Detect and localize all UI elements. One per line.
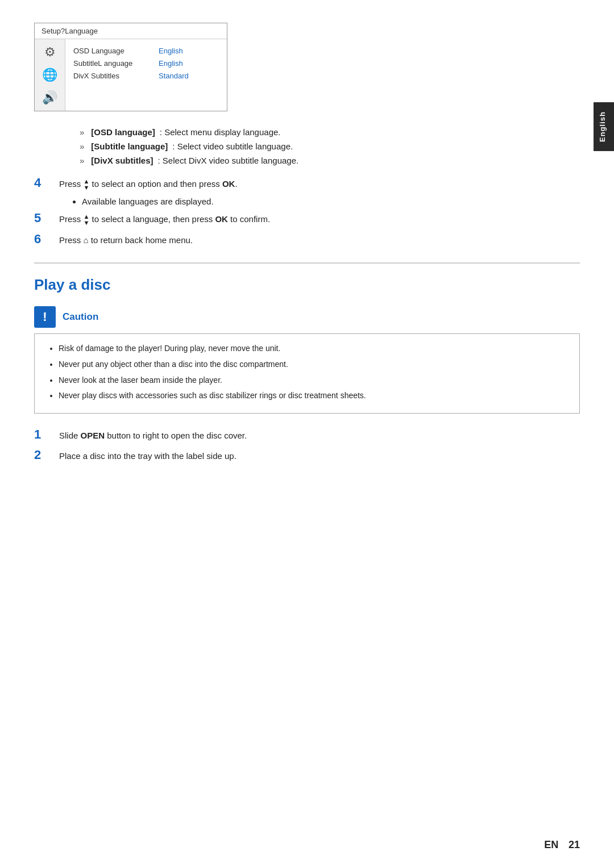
caution-icon-box: ! — [34, 306, 56, 328]
setup-menu-box: Setup?Language ⚙ 🌐 🔊 OSD Language Englis… — [34, 23, 227, 111]
step-4-sub: Available languages are displayed. — [70, 197, 580, 206]
setup-title: Setup? — [42, 27, 65, 35]
setup-title-bar: Setup?Language — [35, 23, 227, 39]
step-4-text: Press ▲▼ to select an option and then pr… — [59, 178, 238, 191]
page-wrapper: English Setup?Language ⚙ 🌐 🔊 OSD Languag… — [0, 0, 614, 868]
step-2-number: 2 — [34, 448, 59, 462]
caution-list: Risk of damage to the player! During pla… — [46, 342, 568, 403]
caution-item-1: Risk of damage to the player! During pla… — [59, 342, 568, 356]
osd-key: [OSD language] — [91, 127, 155, 137]
step-5-text: Press ▲▼ to select a language, then pres… — [59, 214, 270, 226]
step-6: 6 Press ⌂ to return back home menu. — [34, 232, 580, 247]
step-1-number: 1 — [34, 427, 59, 442]
sound-icon: 🔊 — [42, 90, 57, 105]
gear-icon: ⚙ — [44, 45, 56, 60]
step-2: 2 Place a disc into the tray with the la… — [34, 448, 580, 462]
section-divider — [34, 262, 580, 264]
subtitle-value: English — [159, 57, 183, 70]
divx-desc: : Select DivX video subtitle language. — [158, 156, 299, 165]
caution-wrapper: ! Caution Risk of damage to the player! … — [34, 306, 580, 414]
step-6-text: Press ⌂ to return back home menu. — [59, 235, 193, 245]
step-5-number: 5 — [34, 211, 59, 226]
step-4-sub-item: Available languages are displayed. — [82, 197, 580, 206]
osd-label: OSD Language — [73, 45, 147, 57]
step-6-number: 6 — [34, 232, 59, 247]
language-tab: English — [594, 102, 614, 151]
setup-content: ⚙ 🌐 🔊 OSD Language English SubtitleL ang… — [35, 39, 227, 111]
divx-label: DivX Subtitles — [73, 70, 147, 82]
option-divx: [DivX subtitles] : Select DivX video sub… — [80, 156, 580, 165]
footer: EN 21 — [544, 839, 580, 851]
section-heading: Play a disc — [34, 276, 580, 294]
caution-label: Caution — [63, 311, 98, 323]
divx-value: Standard — [159, 70, 189, 82]
step-1: 1 Slide OPEN button to right to open the… — [34, 427, 580, 442]
caution-header: ! Caution — [34, 306, 580, 328]
subtitle-key: [Subtitle language] — [91, 141, 168, 151]
setup-menu-items: OSD Language English SubtitleL anguage E… — [65, 39, 197, 111]
caution-exclamation-icon: ! — [43, 310, 47, 324]
step-5: 5 Press ▲▼ to select a language, then pr… — [34, 211, 580, 226]
osd-desc: : Select menu display language. — [160, 127, 281, 137]
caution-item-4: Never play discs with accessories such a… — [59, 389, 568, 403]
subtitle-desc: : Select video subtitle language. — [172, 141, 293, 151]
footer-page-num: 21 — [569, 839, 580, 850]
globe-icon: 🌐 — [42, 68, 57, 82]
caution-box: Risk of damage to the player! During pla… — [34, 333, 580, 414]
step-2-text: Place a disc into the tray with the labe… — [59, 451, 237, 461]
setup-icons: ⚙ 🌐 🔊 — [35, 39, 65, 111]
menu-row-subtitle: SubtitleL anguage English — [73, 57, 189, 70]
caution-item-3: Never look at the laser beam inside the … — [59, 374, 568, 387]
option-osd: [OSD language] : Select menu display lan… — [80, 127, 580, 137]
step-4-number: 4 — [34, 176, 59, 190]
subtitle-label: SubtitleL anguage — [73, 57, 147, 70]
menu-row-osd: OSD Language English — [73, 45, 189, 57]
option-subtitle: [Subtitle language] : Select video subti… — [80, 141, 580, 151]
divx-key: [DivX subtitles] — [91, 156, 153, 165]
setup-subtitle: Language — [65, 27, 98, 35]
step-1-text: Slide OPEN button to right to open the d… — [59, 431, 247, 440]
caution-item-2: Never put any object other than a disc i… — [59, 358, 568, 372]
menu-row-divx: DivX Subtitles Standard — [73, 70, 189, 82]
step-4: 4 Press ▲▼ to select an option and then … — [34, 176, 580, 191]
osd-value: English — [159, 45, 183, 57]
options-list: [OSD language] : Select menu display lan… — [80, 127, 580, 165]
tab-label: English — [598, 111, 607, 142]
footer-en: EN — [544, 839, 558, 850]
